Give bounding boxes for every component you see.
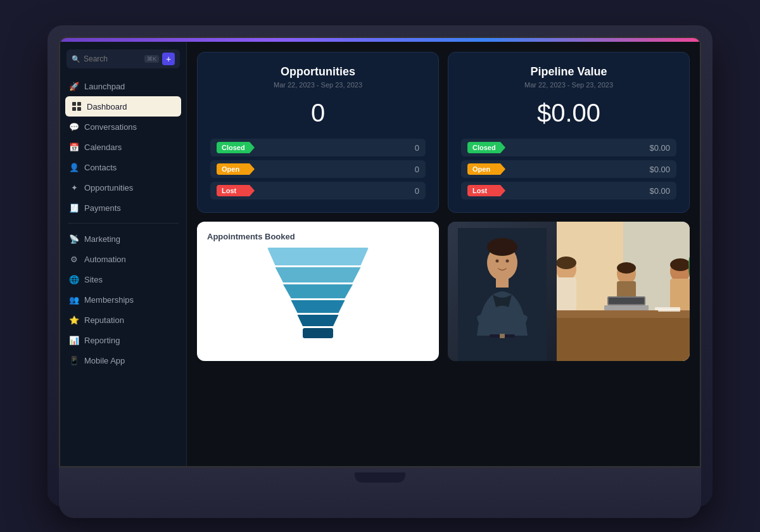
pipeline-open-count: $0.00 bbox=[649, 165, 670, 174]
office-svg bbox=[557, 222, 690, 361]
person-svg bbox=[458, 228, 547, 361]
laptop-frame: 🔍 ⌘K + 🚀 Launchpad bbox=[48, 25, 712, 507]
svg-rect-2 bbox=[72, 107, 76, 111]
pipeline-lost-count: $0.00 bbox=[649, 186, 670, 196]
office-image bbox=[557, 222, 690, 361]
svg-rect-1 bbox=[77, 102, 81, 106]
sidebar-item-marketing[interactable]: 📡 Marketing bbox=[60, 229, 186, 249]
status-row-closed: Closed 0 bbox=[210, 139, 426, 156]
laptop-base bbox=[59, 467, 701, 518]
svg-rect-6 bbox=[496, 277, 509, 288]
funnel-level bbox=[267, 315, 369, 326]
status-row-open: Open 0 bbox=[210, 160, 426, 178]
pipeline-date: Mar 22, 2023 - Sep 23, 2023 bbox=[461, 81, 676, 89]
opportunities-status-rows: Closed 0 Open 0 Lost 0 bbox=[210, 139, 426, 200]
pipeline-status-row-lost: Lost $0.00 bbox=[461, 182, 676, 200]
funnel-level bbox=[267, 300, 369, 313]
app-container: 🔍 ⌘K + 🚀 Launchpad bbox=[60, 42, 700, 466]
sidebar-item-label: Sites bbox=[84, 275, 103, 284]
memberships-icon: 👥 bbox=[69, 294, 79, 305]
reputation-icon: ⭐ bbox=[69, 315, 79, 325]
pipeline-closed-badge: Closed bbox=[467, 142, 505, 153]
image-card bbox=[448, 222, 690, 361]
sidebar-item-label: Launchpad bbox=[84, 82, 125, 91]
marketing-icon: 📡 bbox=[69, 234, 79, 244]
sidebar-item-memberships[interactable]: 👥 Memberships bbox=[60, 289, 186, 310]
launchpad-icon: 🚀 bbox=[69, 81, 79, 91]
svg-rect-11 bbox=[500, 334, 505, 338]
sidebar-item-launchpad[interactable]: 🚀 Launchpad bbox=[60, 76, 186, 96]
search-add-button[interactable]: + bbox=[162, 53, 175, 65]
conversations-icon: 💬 bbox=[69, 122, 79, 132]
opportunities-title: Opportunities bbox=[210, 65, 426, 79]
dashboard-grid: Opportunities Mar 22, 2023 - Sep 23, 202… bbox=[197, 52, 690, 361]
svg-point-7 bbox=[487, 238, 517, 256]
sidebar-item-sites[interactable]: 🌐 Sites bbox=[60, 269, 186, 289]
laptop-notch bbox=[355, 472, 405, 483]
sidebar-item-payments[interactable]: 🧾 Payments bbox=[60, 198, 186, 218]
main-content: Opportunities Mar 22, 2023 - Sep 23, 202… bbox=[187, 42, 700, 466]
payments-icon: 🧾 bbox=[69, 203, 79, 213]
sidebar-item-mobile-app[interactable]: 📱 Mobile App bbox=[60, 350, 186, 370]
opportunities-icon: ✦ bbox=[69, 182, 79, 193]
laptop-screen: 🔍 ⌘K + 🚀 Launchpad bbox=[59, 37, 701, 467]
appointments-card: Appointments Booked bbox=[197, 222, 439, 361]
funnel-level bbox=[267, 267, 369, 282]
sidebar-item-opportunities[interactable]: ✦ Opportunities bbox=[60, 177, 186, 198]
funnel-level bbox=[267, 284, 369, 298]
sidebar-item-conversations[interactable]: 💬 Conversations bbox=[60, 117, 186, 137]
opportunities-date: Mar 22, 2023 - Sep 23, 2023 bbox=[210, 81, 426, 89]
sites-icon: 🌐 bbox=[69, 274, 79, 284]
sidebar-item-label: Mobile App bbox=[84, 356, 125, 365]
contacts-icon: 👤 bbox=[69, 162, 79, 172]
lost-badge: Lost bbox=[217, 185, 255, 196]
sidebar-item-label: Calendars bbox=[84, 142, 122, 152]
calendars-icon: 📅 bbox=[69, 142, 79, 152]
sidebar-item-label: Marketing bbox=[84, 234, 120, 244]
sidebar-item-automation[interactable]: ⚙ Automation bbox=[60, 249, 186, 269]
opportunities-value: 0 bbox=[210, 99, 426, 127]
pipeline-status-rows: Closed $0.00 Open $0.00 Lost $0.00 bbox=[461, 139, 676, 200]
person-image bbox=[448, 222, 557, 361]
open-count: 0 bbox=[415, 165, 419, 174]
search-icon: 🔍 bbox=[72, 55, 80, 63]
svg-point-9 bbox=[505, 260, 509, 263]
search-bar[interactable]: 🔍 ⌘K + bbox=[66, 49, 180, 68]
svg-point-8 bbox=[495, 260, 498, 263]
search-input[interactable] bbox=[84, 54, 141, 63]
image-overlay bbox=[448, 222, 690, 361]
sidebar-item-label: Payments bbox=[84, 203, 121, 213]
pipeline-status-row-open: Open $0.00 bbox=[461, 160, 676, 178]
sidebar-item-reputation[interactable]: ⭐ Reputation bbox=[60, 310, 186, 330]
sidebar-item-label: Conversations bbox=[84, 122, 137, 132]
funnel-level bbox=[303, 328, 333, 338]
mobile-app-icon: 📱 bbox=[69, 355, 79, 365]
lost-count: 0 bbox=[415, 186, 419, 196]
sidebar-item-dashboard[interactable]: Dashboard bbox=[65, 96, 181, 117]
funnel-chart bbox=[207, 248, 429, 338]
sidebar-item-reporting[interactable]: 📊 Reporting bbox=[60, 330, 186, 350]
sidebar-item-label: Automation bbox=[84, 255, 126, 264]
pipeline-title: Pipeline Value bbox=[461, 65, 676, 79]
closed-badge: Closed bbox=[217, 142, 255, 153]
pipeline-card: Pipeline Value Mar 22, 2023 - Sep 23, 20… bbox=[448, 52, 690, 213]
sidebar-item-calendars[interactable]: 📅 Calendars bbox=[60, 137, 186, 157]
appointments-title: Appointments Booked bbox=[207, 232, 429, 241]
sidebar-item-contacts[interactable]: 👤 Contacts bbox=[60, 157, 186, 177]
pipeline-value: $0.00 bbox=[461, 99, 676, 127]
dashboard-icon bbox=[72, 101, 82, 111]
sidebar-item-label: Memberships bbox=[84, 295, 134, 305]
sidebar-item-label: Reporting bbox=[84, 336, 120, 345]
svg-rect-35 bbox=[557, 222, 690, 361]
opportunities-card: Opportunities Mar 22, 2023 - Sep 23, 202… bbox=[197, 52, 439, 213]
nav-divider bbox=[68, 223, 179, 224]
sidebar-item-label: Contacts bbox=[84, 163, 117, 172]
open-badge: Open bbox=[217, 163, 255, 175]
svg-rect-0 bbox=[72, 102, 76, 106]
pipeline-closed-count: $0.00 bbox=[649, 143, 670, 153]
sidebar-item-label: Dashboard bbox=[87, 102, 127, 111]
funnel-level bbox=[267, 248, 369, 265]
automation-icon: ⚙ bbox=[69, 254, 79, 264]
search-shortcut: ⌘K bbox=[144, 55, 159, 63]
sidebar-item-label: Reputation bbox=[84, 315, 124, 325]
